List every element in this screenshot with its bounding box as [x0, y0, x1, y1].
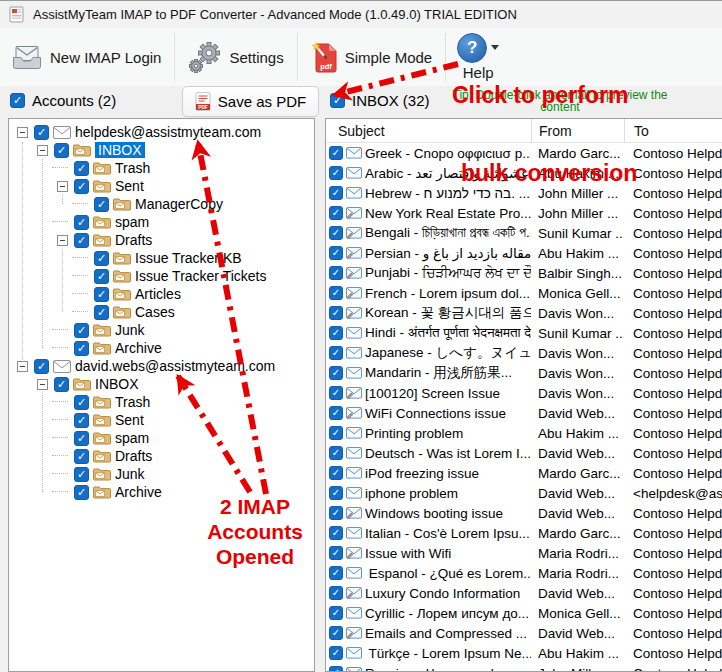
email-checkbox[interactable]: ✓ — [329, 426, 343, 440]
tree-item[interactable]: ✓ Drafts — [9, 231, 314, 249]
email-checkbox[interactable]: ✓ — [329, 646, 343, 660]
email-checkbox[interactable]: ✓ — [329, 406, 343, 420]
email-row[interactable]: ✓ Korean - 꽃 황금시대의 품으며.Davis Won...Conto… — [326, 303, 722, 323]
checkbox[interactable]: ✓ — [74, 233, 89, 248]
tree-item[interactable]: ✓ Issue Tracker KB — [9, 249, 314, 267]
tree-item[interactable]: ✓ Drafts — [9, 447, 314, 465]
tree-item[interactable]: ✓ Sent — [9, 177, 314, 195]
email-row[interactable]: ✓ Bengali - চিড়িয়াখানা প্রবন্ধ একটি প.… — [326, 223, 722, 243]
checkbox[interactable]: ✓ — [74, 431, 89, 446]
checkbox[interactable]: ✓ — [94, 197, 109, 212]
email-checkbox[interactable]: ✓ — [329, 346, 343, 360]
checkbox[interactable]: ✓ — [74, 179, 89, 194]
email-row[interactable]: ✓ Windows booting issueDavid Web...Conto… — [326, 503, 722, 523]
email-row[interactable]: ✓ [100120] Screen IssueDavis Won...Conto… — [326, 383, 722, 403]
checkbox[interactable]: ✓ — [74, 467, 89, 482]
email-row[interactable]: ✓ iPod freezing issueMardo Garc...Contos… — [326, 463, 722, 483]
email-checkbox[interactable]: ✓ — [329, 386, 343, 400]
new-imap-login-button[interactable]: New IMAP Login — [0, 31, 172, 83]
email-row[interactable]: ✓ iphone problemDavid Web...<helpdesk@as — [326, 483, 722, 503]
checkbox[interactable]: ✓ — [74, 395, 89, 410]
email-row[interactable]: ✓ Russian - Что такое Lor...John Miller.… — [326, 663, 722, 672]
checkbox[interactable]: ✓ — [54, 143, 69, 158]
email-row[interactable]: ✓ Luxury Condo InformationDavid Web...Co… — [326, 583, 722, 603]
checkbox[interactable]: ✓ — [74, 413, 89, 428]
tree-item[interactable]: ✓ INBOX — [9, 141, 314, 159]
tree-item[interactable]: ✓ spam — [9, 213, 314, 231]
email-row[interactable]: ✓ Hindi - अंतर्गत पूर्णता भेदनक्षमता देख… — [326, 323, 722, 343]
checkbox[interactable]: ✓ — [94, 269, 109, 284]
collapse-toggle[interactable] — [17, 127, 28, 138]
email-checkbox[interactable]: ✓ — [329, 166, 343, 180]
collapse-toggle[interactable] — [37, 379, 48, 390]
email-row[interactable]: ✓ Mandarin - 用浅所筋果...Davis Won...Contoso… — [326, 363, 722, 383]
email-row[interactable]: ✓ Türkçe - Lorem Ipsum Ne...Abu Hakim ..… — [326, 643, 722, 663]
checkbox[interactable]: ✓ — [74, 215, 89, 230]
email-checkbox[interactable]: ✓ — [329, 626, 343, 640]
folder-tree-panel[interactable]: ✓ helpdesk@assistmyteam.com✓ INBOX✓ Tras… — [8, 118, 315, 672]
email-checkbox[interactable]: ✓ — [329, 606, 343, 620]
tree-item[interactable]: ✓ Junk — [9, 321, 314, 339]
email-checkbox[interactable]: ✓ — [329, 146, 343, 160]
tree-item[interactable]: ✓ INBOX — [9, 375, 314, 393]
email-checkbox[interactable]: ✓ — [329, 326, 343, 340]
email-row[interactable]: ✓ Printing problemAbu Hakim ...Contoso H… — [326, 423, 722, 443]
checkbox[interactable]: ✓ — [74, 449, 89, 464]
email-checkbox[interactable]: ✓ — [329, 586, 343, 600]
collapse-toggle[interactable] — [17, 361, 28, 372]
email-row[interactable]: ✓ Punjabi - ਚਿੜੀਆਘਰ ਲੇਖ ਦਾ ਦੌਰਾBalbir Si… — [326, 263, 722, 283]
email-checkbox[interactable]: ✓ — [329, 366, 343, 380]
email-checkbox[interactable]: ✓ — [329, 246, 343, 260]
inbox-checkbox[interactable]: ✓ — [330, 93, 345, 108]
email-checkbox[interactable]: ✓ — [329, 306, 343, 320]
tree-item[interactable]: ✓ Archive — [9, 339, 314, 357]
email-checkbox[interactable]: ✓ — [329, 266, 343, 280]
tree-item[interactable]: ✓ Junk — [9, 465, 314, 483]
email-checkbox[interactable]: ✓ — [329, 486, 343, 500]
email-row[interactable]: ✓ Emails and Compressed ...David Web...C… — [326, 623, 722, 643]
tree-item[interactable]: ✓ ManagerCopy — [9, 195, 314, 213]
tree-item[interactable]: ✓ helpdesk@assistmyteam.com — [9, 123, 314, 141]
checkbox[interactable]: ✓ — [54, 377, 69, 392]
email-row[interactable]: ✓ Italian - Cos'è Lorem Ipsu...Mardo Gar… — [326, 523, 722, 543]
email-row[interactable]: ✓ WiFi Connections issueDavid Web...Cont… — [326, 403, 722, 423]
accounts-checkbox[interactable]: ✓ — [10, 93, 25, 108]
email-row[interactable]: ✓ Japanese - しへす。ヌイュ...Davis Won...Conto… — [326, 343, 722, 363]
tree-item[interactable]: ✓ Cases — [9, 303, 314, 321]
email-row[interactable]: ✓ Espanol - ¿Qué es Lorem...Maria Rodri.… — [326, 563, 722, 583]
email-checkbox[interactable]: ✓ — [329, 546, 343, 560]
email-checkbox[interactable]: ✓ — [329, 446, 343, 460]
tree-item[interactable]: ✓ Sent — [9, 411, 314, 429]
collapse-toggle[interactable] — [57, 235, 68, 246]
email-checkbox[interactable]: ✓ — [329, 186, 343, 200]
email-row[interactable]: ✓ Deutsch - Was ist Lorem I...David Web.… — [326, 443, 722, 463]
tree-item[interactable]: ✓ spam — [9, 429, 314, 447]
email-row[interactable]: ✓ French - Lorem ipsum dol...Monica Gell… — [326, 283, 722, 303]
checkbox[interactable]: ✓ — [34, 125, 49, 140]
checkbox[interactable]: ✓ — [74, 485, 89, 500]
email-checkbox[interactable]: ✓ — [329, 466, 343, 480]
collapse-toggle[interactable] — [37, 145, 48, 156]
settings-button[interactable]: Settings — [177, 31, 294, 83]
email-row[interactable]: ✓ Persian - مقاله بازدید از باغ و ...Abu… — [326, 243, 722, 263]
email-checkbox[interactable]: ✓ — [329, 526, 343, 540]
checkbox[interactable]: ✓ — [34, 359, 49, 374]
column-header-to[interactable]: To — [624, 119, 722, 142]
email-row[interactable]: ✓ Cyrillic - Лорем ипсум до...Monica Gel… — [326, 603, 722, 623]
email-checkbox[interactable]: ✓ — [329, 206, 343, 220]
checkbox[interactable]: ✓ — [74, 341, 89, 356]
email-checkbox[interactable]: ✓ — [329, 566, 343, 580]
checkbox[interactable]: ✓ — [94, 251, 109, 266]
email-checkbox[interactable]: ✓ — [329, 506, 343, 520]
collapse-toggle[interactable] — [57, 181, 68, 192]
checkbox[interactable]: ✓ — [74, 161, 89, 176]
tree-item[interactable]: ✓ Trash — [9, 159, 314, 177]
checkbox[interactable]: ✓ — [94, 305, 109, 320]
email-row[interactable]: ✓ Issue with WifiMaria Rodri...Contoso H… — [326, 543, 722, 563]
email-checkbox[interactable]: ✓ — [329, 666, 343, 672]
email-checkbox[interactable]: ✓ — [329, 226, 343, 240]
save-as-pdf-button[interactable]: PDF Save as PDF — [182, 86, 319, 117]
checkbox[interactable]: ✓ — [94, 287, 109, 302]
email-checkbox[interactable]: ✓ — [329, 286, 343, 300]
tree-item[interactable]: ✓ Trash — [9, 393, 314, 411]
